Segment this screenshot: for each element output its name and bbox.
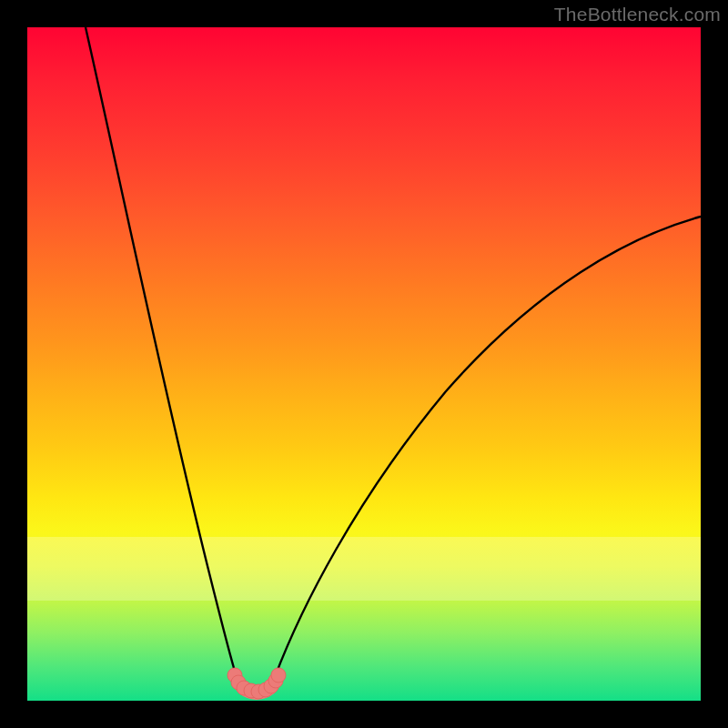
curve-left	[86, 27, 237, 677]
marker-dot	[271, 668, 286, 682]
plot-area	[27, 27, 701, 701]
marker-group	[228, 668, 286, 699]
curve-layer	[27, 27, 701, 701]
curve-right	[275, 217, 701, 677]
frame: TheBottleneck.com	[0, 0, 728, 728]
source-label: TheBottleneck.com	[554, 4, 721, 25]
